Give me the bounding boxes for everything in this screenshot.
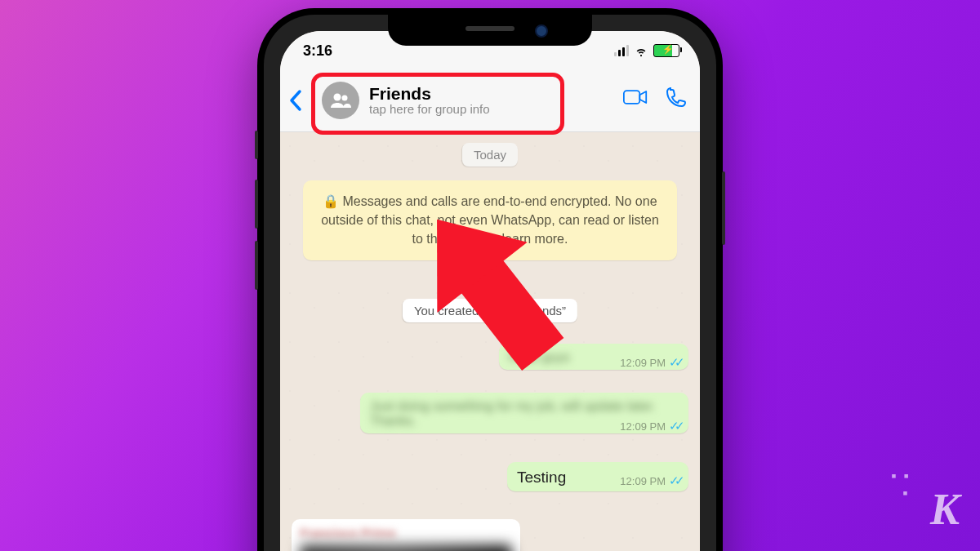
encryption-notice[interactable]: 🔒Messages and calls are end-to-end encry…: [303, 180, 677, 260]
outgoing-message[interactable]: Hello guys 12:09 PM✓✓: [499, 344, 688, 370]
incoming-message[interactable]: Francisco Primo: [292, 519, 520, 551]
svg-point-1: [342, 96, 348, 101]
message-time: 12:09 PM: [620, 420, 666, 433]
chat-header: Friends tap here for group info: [280, 70, 700, 132]
back-button[interactable]: [288, 88, 305, 116]
message-text: Testing: [517, 469, 566, 486]
phone-screen: 3:16 ⚡: [280, 31, 700, 551]
power-button: [722, 171, 725, 245]
wifi-icon: [634, 43, 648, 58]
group-avatar-icon: [322, 82, 359, 119]
outgoing-message[interactable]: Testing 12:09 PM✓✓: [507, 462, 688, 491]
volume-up-button: [255, 180, 258, 229]
svg-rect-2: [624, 91, 639, 104]
system-message: You created group “Friends”: [403, 299, 577, 322]
watermark-dots: ▪ ▪ ▪: [891, 468, 911, 502]
video-call-button[interactable]: [623, 85, 648, 109]
outgoing-message[interactable]: Just doing something for my job, will up…: [360, 393, 688, 433]
read-ticks-icon: ✓✓: [669, 355, 680, 370]
phone-notch: [388, 15, 592, 46]
message-text: Hello guys: [509, 350, 570, 364]
sender-name: Francisco Primo: [300, 526, 512, 540]
status-time: 3:16: [303, 42, 332, 60]
group-subtitle: tap here for group info: [369, 103, 490, 117]
message-time: 12:09 PM: [620, 357, 666, 369]
watermark-logo: K: [930, 484, 960, 535]
read-ticks-icon: ✓✓: [669, 419, 680, 433]
svg-point-0: [334, 94, 341, 101]
read-ticks-icon: ✓✓: [669, 473, 680, 488]
date-separator: Today: [462, 143, 518, 167]
group-info-button[interactable]: Friends tap here for group info: [317, 78, 495, 122]
message-text: Just doing something for my job, will up…: [370, 399, 656, 428]
group-title: Friends: [369, 84, 490, 103]
cellular-signal-icon: [614, 45, 629, 56]
lock-icon: 🔒: [323, 192, 339, 211]
message-time: 12:09 PM: [620, 475, 666, 487]
volume-down-button: [255, 241, 258, 290]
phone-frame: 3:16 ⚡: [257, 8, 723, 551]
mute-switch: [255, 131, 258, 159]
battery-icon: ⚡: [653, 44, 679, 57]
message-image-attachment[interactable]: [300, 544, 512, 551]
background: 3:16 ⚡: [0, 0, 980, 551]
encryption-notice-text: Messages and calls are end-to-end encryp…: [321, 194, 659, 246]
voice-call-button[interactable]: [664, 85, 688, 109]
chat-body[interactable]: Today 🔒Messages and calls are end-to-end…: [280, 131, 700, 551]
